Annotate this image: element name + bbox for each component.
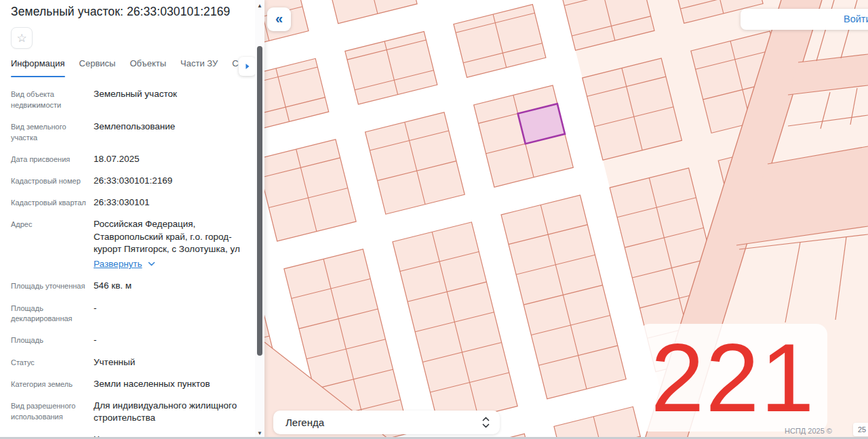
scale-control[interactable]: 25 [853,423,868,436]
tab-1[interactable]: Сервисы [79,58,116,77]
field-row: Вид земельного участкаЗемлепользование [11,121,245,144]
field-label: Площадь уточненная [11,280,87,292]
field-value: 26:33:030101:2169 [94,175,245,187]
field-value: Российская Федерация, Ставропольский кра… [94,218,245,270]
tab-3[interactable]: Части ЗУ [180,58,218,77]
field-value: Земельный участок [94,88,245,111]
map-attribution: НСПД 2025 © [785,427,832,435]
field-value: 18.07.2025 [94,153,245,165]
field-value: Учтенный [94,356,245,369]
expand-address-link[interactable]: Развернуть [94,258,142,270]
quarter-number: 221 [651,330,816,426]
field-list: Вид объекта недвижимостиЗемельный участо… [11,88,245,439]
field-label: Адрес [11,218,87,270]
field-row: Категория земельЗемли населенных пунктов [11,378,245,390]
field-row: Вид разрешенного использованияДля индиви… [11,400,245,424]
legend-toggle[interactable]: Легенда [273,411,500,434]
tab-bar: ИнформацияСервисыОбъектыЧасти ЗУСостав Е… [11,58,263,77]
field-value: - [94,334,245,346]
tab-2[interactable]: Объекты [130,58,166,77]
object-info-panel: Земельный участок: 26:33:030101:2169 ☆ И… [0,0,264,439]
field-label: Кадастровый квартал [11,196,87,209]
field-row: АдресРоссийская Федерация, Ставропольски… [11,218,245,270]
scroll-up-icon[interactable]: ▲ [255,3,264,9]
field-value: Для индивидуального жилищного строительс… [94,400,245,424]
collapse-panel-button[interactable]: « [267,7,291,31]
field-value: Земли населенных пунктов [94,378,245,390]
field-label: Площадь [11,334,87,346]
field-row: Кадастровый квартал26:33:030101 [11,196,245,209]
field-row: Площадь- [11,334,245,346]
favorite-button[interactable]: ☆ [11,27,33,49]
star-icon: ☆ [16,33,26,44]
field-row: Дата присвоения18.07.2025 [11,153,245,165]
field-label: Кадастровый номер [11,175,87,187]
legend-label: Легенда [285,411,324,434]
scroll-down-icon[interactable]: ▼ [255,430,264,436]
field-row: Вид объекта недвижимостиЗемельный участо… [11,88,245,111]
chevron-right-icon [245,63,250,70]
field-value: Землепользование [94,121,245,144]
field-label: Вид земельного участка [11,121,87,144]
field-row: Площадь уточненная546 кв. м [11,280,245,292]
field-label: Дата присвоения [11,153,87,165]
field-row: Кадастровый номер26:33:030101:2169 [11,175,245,187]
field-value: - [94,302,245,325]
field-label: Категория земель [11,378,87,390]
double-chevron-left-icon: « [275,11,283,26]
login-label: Войти [844,9,868,30]
tab-0[interactable]: Информация [11,58,65,77]
expand-collapse-icon [482,417,490,428]
field-label: Статус [11,356,87,369]
page-title: Земельный участок: 26:33:030101:2169 [11,5,248,19]
login-button[interactable]: Войти [741,9,868,30]
field-value: 546 кв. м [94,280,245,292]
chevron-down-icon [148,262,155,266]
tabs-scroll-right-button[interactable] [239,57,256,76]
field-row: Площадь декларированная- [11,302,245,325]
field-label: Вид объекта недвижимости [11,88,87,111]
field-label: Площадь декларированная [11,302,87,325]
scale-value: 25 [858,425,866,434]
panel-scrollbar[interactable]: ▲ ▼ [255,0,264,439]
field-label: Вид разрешенного использования [11,400,87,424]
quarter-number-overlay: 221 [639,324,827,432]
scrollbar-thumb[interactable] [257,46,262,356]
field-row: СтатусУчтенный [11,356,245,369]
field-value: 26:33:030101 [94,196,245,209]
